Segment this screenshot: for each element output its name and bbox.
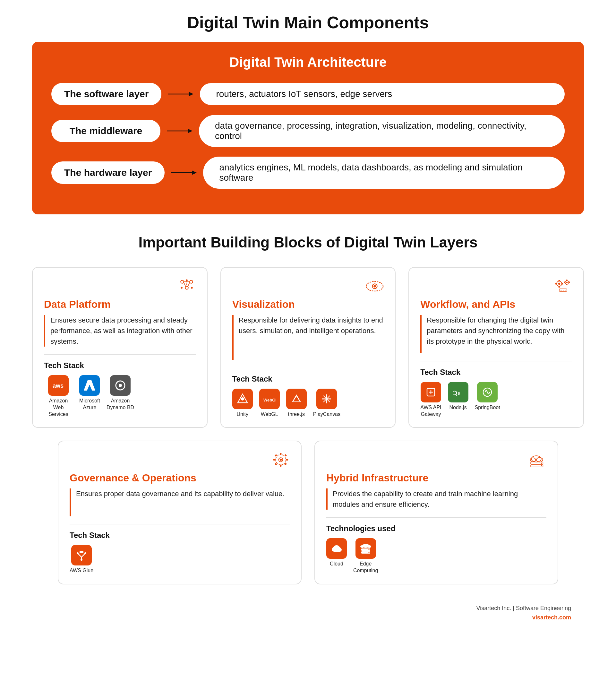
- threejs-icon-box: [286, 389, 307, 409]
- awsglue-label: AWS Glue: [70, 568, 93, 574]
- middleware-desc: data governance, processing, integration…: [199, 115, 565, 147]
- svg-rect-61: [275, 454, 277, 457]
- svg-point-19: [119, 384, 122, 387]
- svg-point-77: [541, 463, 542, 464]
- architecture-title: Digital Twin Architecture: [51, 55, 565, 70]
- divider-governance: [70, 524, 290, 524]
- tech-icons-hybrid: Cloud EdgeComputing: [326, 538, 546, 574]
- tech-item-springboot: SpringBoot: [475, 382, 500, 411]
- tech-item-apigw: AWS APIGateway: [420, 382, 441, 418]
- hybrid-title: Hybrid Infrastructure: [326, 472, 546, 484]
- svg-rect-37: [561, 283, 563, 285]
- tech-stack-label-vis: Tech Stack: [232, 375, 384, 383]
- playcanvas-icon-box: [316, 389, 337, 409]
- visualization-desc: Responsible for delivering data insights…: [232, 315, 384, 360]
- svg-rect-57: [280, 453, 282, 455]
- tech-stack-label-gov: Tech Stack: [70, 531, 290, 540]
- azure-label: MicrosoftAzure: [79, 398, 100, 411]
- svg-point-84: [360, 545, 364, 548]
- tech-icons-workflow: AWS APIGateway ⬡ js Node.js: [420, 382, 572, 418]
- data-platform-icon-area: [44, 277, 196, 295]
- card-data-platform: Data Platform Ensures secure data proces…: [32, 267, 208, 428]
- svg-point-88: [368, 549, 369, 550]
- apigw-label: AWS APIGateway: [420, 404, 441, 418]
- svg-rect-62: [284, 454, 287, 457]
- visualization-icon: [366, 277, 384, 295]
- tech-icons-vis: Unity WebGL WebGL three.js: [232, 389, 384, 418]
- svg-rect-42: [564, 282, 565, 283]
- hybrid-icon: [529, 451, 546, 469]
- svg-point-15: [181, 287, 183, 289]
- workflow-icon-area: [420, 277, 572, 295]
- tech-item-awsglue: AWS Glue: [70, 545, 93, 574]
- tech-stack-label-hybrid: Technologies used: [326, 524, 546, 533]
- svg-line-10: [183, 282, 186, 287]
- cloud-label: Cloud: [330, 561, 343, 568]
- divider-data-platform: [44, 354, 196, 355]
- svg-marker-1: [189, 92, 194, 96]
- nodejs-icon-box: ⬡ js: [448, 382, 468, 402]
- svg-line-11: [187, 282, 189, 287]
- cloud-icon-box: [326, 538, 347, 559]
- nodejs-label: Node.js: [449, 404, 466, 411]
- svg-point-70: [80, 559, 82, 561]
- software-layer-desc: routers, actuators IoT sensors, edge ser…: [200, 83, 565, 105]
- azure-icon-box: [79, 375, 100, 396]
- svg-text:js: js: [456, 390, 460, 396]
- tech-icons-gov: AWS Glue: [70, 545, 290, 574]
- svg-point-14: [191, 287, 193, 289]
- hardware-layer-desc: analytics engines, ML models, data dashb…: [203, 157, 565, 189]
- svg-point-6: [181, 280, 183, 283]
- cards-row-2: Governance & Operations Ensures proper d…: [32, 440, 584, 584]
- visualization-icon-area: [232, 277, 384, 295]
- awsglue-icon-box: [71, 545, 92, 565]
- arrow-hardware: [171, 168, 197, 177]
- svg-rect-34: [559, 280, 560, 281]
- governance-icon: [272, 451, 290, 469]
- architecture-row-hardware: The hardware layer analytics engines, ML…: [51, 157, 565, 189]
- svg-marker-5: [192, 170, 197, 175]
- workflow-title: Workflow, and APIs: [420, 299, 572, 310]
- hardware-layer-label: The hardware layer: [51, 161, 164, 184]
- svg-rect-35: [559, 286, 560, 287]
- tech-item-playcanvas: PlayCanvas: [313, 389, 340, 418]
- architecture-row-middleware: The middleware data governance, processi…: [51, 115, 565, 147]
- svg-marker-17: [84, 380, 95, 390]
- springboot-label: SpringBoot: [475, 404, 500, 411]
- aws-label: AmazonWeb Services: [44, 398, 73, 418]
- data-platform-title: Data Platform: [44, 299, 196, 310]
- tech-item-azure: MicrosoftAzure: [79, 375, 100, 411]
- svg-rect-71: [80, 551, 83, 553]
- svg-rect-40: [566, 279, 568, 280]
- divider-workflow: [420, 361, 572, 361]
- workflow-desc: Responsible for changing the digital twi…: [420, 315, 572, 353]
- governance-desc: Ensures proper data governance and its c…: [70, 488, 290, 516]
- apigw-icon-box: [420, 382, 441, 402]
- tech-icons-dp: aws AmazonWeb Services MicrosoftAzure: [44, 375, 196, 418]
- svg-point-69: [84, 552, 86, 554]
- svg-text:aws: aws: [53, 382, 63, 389]
- svg-rect-41: [566, 284, 568, 285]
- svg-point-85: [367, 545, 371, 548]
- svg-rect-43: [569, 282, 570, 283]
- springboot-icon-box: [477, 382, 497, 402]
- svg-text:WebGL: WebGL: [263, 398, 276, 402]
- footer-company: Visartech Inc. | Software Engineering: [476, 605, 571, 611]
- building-blocks-title: Important Building Blocks of Digital Twi…: [138, 234, 478, 251]
- svg-point-39: [566, 282, 568, 283]
- svg-point-68: [77, 552, 79, 554]
- hybrid-icon-area: [326, 451, 546, 469]
- governance-title: Governance & Operations: [70, 472, 290, 484]
- card-hybrid-infra: Hybrid Infrastructure Provides the capab…: [314, 440, 558, 584]
- edge-label: EdgeComputing: [353, 561, 378, 574]
- hybrid-desc: Provides the capability to create and tr…: [326, 488, 546, 510]
- svg-point-7: [189, 280, 192, 283]
- tech-item-edge: EdgeComputing: [353, 538, 378, 574]
- card-governance: Governance & Operations Ensures proper d…: [58, 440, 302, 584]
- aws-icon-box: aws: [48, 375, 69, 396]
- page-title: Digital Twin Main Components: [187, 13, 429, 32]
- divider-hybrid: [326, 517, 546, 518]
- svg-point-33: [558, 283, 560, 285]
- data-platform-desc: Ensures secure data processing and stead…: [44, 315, 196, 347]
- data-platform-icon: [178, 277, 196, 295]
